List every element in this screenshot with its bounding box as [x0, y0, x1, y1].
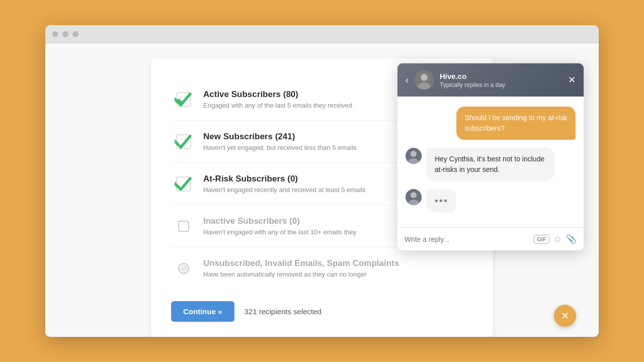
chat-typing-indicator: ••• — [427, 189, 456, 213]
emoji-button[interactable]: ☺ — [553, 234, 562, 244]
subscriber-title: Unsubscribed, Invalid Emails, Spam Compl… — [203, 258, 473, 268]
disabled-checkbox-icon: ⊘ — [178, 263, 189, 274]
checkmark-icon — [175, 90, 193, 109]
browser-dot-green — [72, 31, 78, 37]
chat-header-info: Hive.co Typically replies in a day — [440, 72, 562, 88]
browser-titlebar — [45, 25, 599, 43]
checkbox-at-risk[interactable] — [171, 175, 196, 193]
chat-back-button[interactable]: ‹ — [406, 75, 409, 84]
svg-point-10 — [411, 192, 417, 198]
chat-agent-avatar-2 — [406, 189, 422, 205]
chat-header: ‹ Hive.co Typically replies in a day ✕ — [397, 63, 584, 97]
browser-dot-red — [52, 31, 58, 37]
browser-content: Active Subscribers (80) Engaged with any… — [45, 43, 599, 337]
list-item: ⊘ Unsubscribed, Invalid Emails, Spam Com… — [171, 247, 473, 289]
continue-button[interactable]: Continue » — [171, 301, 234, 322]
chat-name: Hive.co — [440, 72, 562, 80]
chat-avatar — [415, 70, 434, 89]
chat-reply-input[interactable] — [405, 235, 529, 243]
recipients-count: 321 recipients selected — [245, 307, 321, 316]
chat-widget: ‹ Hive.co Typically replies in a day ✕ — [397, 63, 584, 250]
browser-dot-yellow — [62, 31, 68, 37]
chat-typing-container: ••• — [406, 189, 576, 213]
chat-message-received-container: Hey Cynthia, it's best not to include at… — [406, 148, 576, 181]
chat-status: Typically replies in a day — [440, 81, 562, 88]
chat-agent-avatar — [406, 148, 422, 164]
checkmark-icon — [175, 133, 193, 151]
checkbox-new[interactable] — [171, 133, 196, 151]
svg-point-4 — [421, 74, 428, 81]
checkbox-active[interactable] — [171, 90, 196, 109]
svg-point-7 — [411, 151, 417, 157]
main-footer: Continue » 321 recipients selected — [171, 301, 473, 322]
checkbox-unsubscribed: ⊘ — [171, 263, 196, 274]
chat-message-sent: Should I be sending to my at-risk subscr… — [456, 107, 576, 140]
checkbox-inactive[interactable] — [171, 221, 196, 232]
chat-close-button[interactable]: ✕ — [568, 75, 576, 84]
chat-message-received: Hey Cynthia, it's best not to include at… — [427, 148, 554, 181]
avatar-image — [415, 70, 434, 89]
floating-close-button[interactable]: ✕ — [554, 305, 576, 327]
chat-body: Should I be sending to my at-risk subscr… — [397, 97, 584, 227]
attach-button[interactable]: 📎 — [566, 234, 577, 244]
browser-window: Active Subscribers (80) Engaged with any… — [45, 25, 599, 337]
chat-footer: GIF ☺ 📎 — [397, 227, 584, 250]
subscriber-text: Unsubscribed, Invalid Emails, Spam Compl… — [203, 258, 473, 278]
gif-button[interactable]: GIF — [534, 235, 549, 244]
subscriber-desc: Have been automatically removed as they … — [203, 270, 473, 278]
checkmark-icon — [175, 175, 193, 193]
chat-footer-icons: GIF ☺ 📎 — [534, 234, 577, 244]
empty-checkbox-icon — [178, 221, 189, 232]
